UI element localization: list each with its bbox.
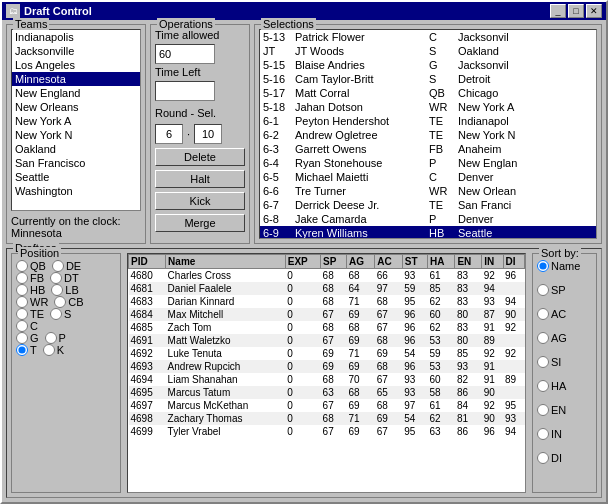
position-radio-t[interactable]: T: [16, 344, 37, 356]
cell-ac: 68: [375, 399, 403, 412]
col-exp: EXP: [285, 255, 320, 269]
position-radio-de[interactable]: DE: [52, 260, 81, 272]
window-icon: 🗂: [6, 4, 20, 18]
kick-button[interactable]: Kick: [155, 192, 245, 210]
selection-item[interactable]: 5-16Cam Taylor-BrittSDetroit: [260, 72, 596, 86]
team-item[interactable]: Washington: [12, 184, 140, 198]
position-radio-p[interactable]: P: [45, 332, 66, 344]
cell-in: 92: [482, 347, 503, 360]
table-row[interactable]: 4699Tyler Vrabel06769679563869694: [129, 425, 525, 438]
table-row[interactable]: 4680Charles Cross06868669361839296: [129, 269, 525, 283]
position-radio-c[interactable]: C: [16, 320, 38, 332]
cell-st: 59: [402, 282, 427, 295]
merge-button[interactable]: Merge: [155, 214, 245, 232]
teams-listbox[interactable]: IndianapolisJacksonvilleLos AngelesMinne…: [11, 29, 141, 211]
position-row: GP: [16, 332, 116, 344]
selection-item[interactable]: 6-1Peyton HendershotTEIndianapol: [260, 114, 596, 128]
close-button[interactable]: ✕: [586, 4, 602, 18]
position-radio-cb[interactable]: CB: [54, 296, 83, 308]
position-radio-g[interactable]: G: [16, 332, 39, 344]
selection-item[interactable]: 5-13Patrick FlowerCJacksonvil: [260, 30, 596, 44]
sort-radios: NameSPACAGSIHAENINDI: [537, 260, 592, 476]
cell-di: 92: [503, 347, 524, 360]
sort-radio-di[interactable]: DI: [537, 452, 592, 464]
sort-radio-ag[interactable]: AG: [537, 332, 592, 344]
cell-st: 95: [402, 295, 427, 308]
delete-button[interactable]: Delete: [155, 148, 245, 166]
team-item[interactable]: New Orleans: [12, 100, 140, 114]
sel-input[interactable]: [194, 124, 222, 144]
cell-en: 80: [455, 308, 482, 321]
position-radio-qb[interactable]: QB: [16, 260, 46, 272]
sort-radio-en[interactable]: EN: [537, 404, 592, 416]
team-item[interactable]: Indianapolis: [12, 30, 140, 44]
time-allowed-input[interactable]: [155, 44, 215, 64]
team-item[interactable]: Jacksonville: [12, 44, 140, 58]
team-item[interactable]: Los Angeles: [12, 58, 140, 72]
sort-radio-sp[interactable]: SP: [537, 284, 592, 296]
sort-radio-ac[interactable]: AC: [537, 308, 592, 320]
cell-ac: 66: [375, 269, 403, 283]
position-group: Position QBDEFBDTHBLBWRCBTESCGPTK: [11, 253, 121, 493]
team-item[interactable]: Minnesota: [12, 72, 140, 86]
table-row[interactable]: 4683Darian Kinnard06871689562839394: [129, 295, 525, 308]
table-row[interactable]: 4681Daniel Faalele068649759858394: [129, 282, 525, 295]
position-radio-s[interactable]: S: [50, 308, 71, 320]
selection-item[interactable]: 5-15Blaise AndriesGJacksonvil: [260, 58, 596, 72]
team-item[interactable]: Seattle: [12, 170, 140, 184]
position-radio-k[interactable]: K: [43, 344, 64, 356]
cell-st: 54: [402, 347, 427, 360]
selection-item[interactable]: 6-7Derrick Deese Jr.TESan Franci: [260, 198, 596, 212]
team-item[interactable]: New England: [12, 86, 140, 100]
selection-item[interactable]: 6-9Kyren WilliamsHBSeattle: [260, 226, 596, 239]
position-radio-te[interactable]: TE: [16, 308, 44, 320]
minimize-button[interactable]: _: [550, 4, 566, 18]
cell-in: 87: [482, 308, 503, 321]
team-item[interactable]: New York N: [12, 128, 140, 142]
cell-ag: 71: [347, 347, 375, 360]
table-row[interactable]: 4693Andrew Rupcich069696896539391: [129, 360, 525, 373]
selections-panel: Selections 5-13Patrick FlowerCJacksonvil…: [254, 24, 602, 244]
position-radio-fb[interactable]: FB: [16, 272, 44, 284]
sort-radio-si[interactable]: SI: [537, 356, 592, 368]
maximize-button[interactable]: □: [568, 4, 584, 18]
cell-ha: 58: [427, 386, 455, 399]
cell-en: 82: [455, 373, 482, 386]
selection-item[interactable]: 6-5Michael MaiettiCDenver: [260, 170, 596, 184]
position-radio-wr[interactable]: WR: [16, 296, 48, 308]
selection-item[interactable]: 6-2Andrew OgletreeTENew York N: [260, 128, 596, 142]
position-radio-hb[interactable]: HB: [16, 284, 45, 296]
table-row[interactable]: 4685Zach Tom06868679662839192: [129, 321, 525, 334]
sort-radio-name[interactable]: Name: [537, 260, 592, 272]
cell-exp: 0: [285, 425, 320, 438]
sort-radio-ha[interactable]: HA: [537, 380, 592, 392]
selection-item[interactable]: 6-3Garrett OwensFBAnaheim: [260, 142, 596, 156]
team-item[interactable]: New York A: [12, 114, 140, 128]
team-item[interactable]: San Francisco: [12, 156, 140, 170]
table-row[interactable]: 4697Marcus McKethan06769689761849295: [129, 399, 525, 412]
sort-radio-in[interactable]: IN: [537, 428, 592, 440]
halt-button[interactable]: Halt: [155, 170, 245, 188]
selection-item[interactable]: 5-17Matt CorralQBChicago: [260, 86, 596, 100]
selection-item[interactable]: 6-6Tre TurnerWRNew Orlean: [260, 184, 596, 198]
table-row[interactable]: 4694Liam Shanahan06870679360829189: [129, 373, 525, 386]
round-input[interactable]: [155, 124, 183, 144]
selection-item[interactable]: JTJT WoodsSOakland: [260, 44, 596, 58]
table-row[interactable]: 4692Luke Tenuta06971695459859292: [129, 347, 525, 360]
cell-sp: 63: [321, 386, 347, 399]
table-row[interactable]: 4695Marcus Tatum063686593588690: [129, 386, 525, 399]
col-ag: AG: [347, 255, 375, 269]
table-row[interactable]: 4691Matt Waletzko067696896538089: [129, 334, 525, 347]
team-item[interactable]: Oakland: [12, 142, 140, 156]
selection-item[interactable]: 6-8Jake CamardaPDenver: [260, 212, 596, 226]
cell-st: 93: [402, 386, 427, 399]
position-radio-dt[interactable]: DT: [50, 272, 79, 284]
position-radio-lb[interactable]: LB: [51, 284, 78, 296]
table-row[interactable]: 4684Max Mitchell06769679660808790: [129, 308, 525, 321]
selections-listbox[interactable]: 5-13Patrick FlowerCJacksonvilJTJT WoodsS…: [259, 29, 597, 239]
selection-item[interactable]: 5-18Jahan DotsonWRNew York A: [260, 100, 596, 114]
cell-di: 94: [503, 295, 524, 308]
selection-item[interactable]: 6-4Ryan StonehousePNew Englan: [260, 156, 596, 170]
draftees-table-wrap[interactable]: PIDNameEXPSPAGACSTHAENINDI 4680Charles C…: [127, 253, 526, 493]
table-row[interactable]: 4698Zachary Thomas06871695462819093: [129, 412, 525, 425]
